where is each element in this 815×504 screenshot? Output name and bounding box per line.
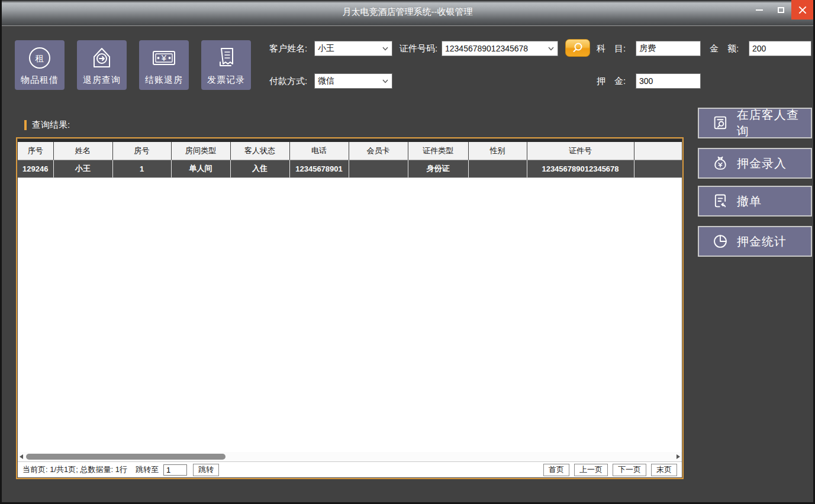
sidebar-button-label: 押金录入 [737, 156, 787, 172]
results-table-container: 序号 姓名 房号 房间类型 客人状态 电话 会员卡 证件类型 性别 证件号 地址 [16, 137, 684, 479]
jump-button[interactable]: 跳转 [193, 464, 219, 476]
next-page-button[interactable]: 下一页 [613, 464, 646, 476]
chevron-down-icon [548, 47, 554, 51]
scroll-left-button[interactable] [18, 452, 25, 461]
column-header[interactable]: 姓名 [53, 142, 112, 160]
cell-id-number: 123456789012345678 [527, 160, 634, 177]
prev-page-button[interactable]: 上一页 [574, 464, 608, 476]
cell-room-no: 1 [112, 160, 171, 177]
banknote-yen-icon: ¥ [150, 44, 178, 72]
jump-to-label: 跳转至 [136, 464, 159, 475]
id-number-label: 证件号码: [400, 41, 437, 56]
subject-input[interactable] [636, 41, 701, 56]
column-header[interactable]: 电话 [289, 142, 349, 160]
cell-id-type: 身份证 [408, 160, 468, 177]
pagination-bar: 当前页: 1/共1页; 总数据量: 1行 跳转至 跳转 首页 上一页 下一页 末… [18, 461, 682, 477]
deposit-statistics-button[interactable]: 押金统计 [698, 226, 812, 257]
receipt-icon [212, 44, 240, 72]
cell-member-card [349, 160, 408, 177]
document-magnifier-icon [712, 115, 729, 131]
in-store-guest-query-button[interactable]: 在店客人查询 [698, 108, 812, 138]
cell-seq: 129246 [18, 160, 53, 177]
search-icon [571, 41, 584, 54]
toolbar-button-label: 结账退房 [145, 75, 183, 86]
pie-chart-icon [712, 233, 729, 250]
table-header-row: 序号 姓名 房号 房间类型 客人状态 电话 会员卡 证件类型 性别 证件号 地址 [18, 142, 682, 160]
checkout-button[interactable]: ¥ 结账退房 [139, 40, 189, 90]
app-window: 月太电竞酒店管理系统--收银管理 租 物品租借 退房查询 [0, 0, 815, 504]
results-section-title: 查询结果: [32, 119, 70, 131]
money-bag-yen-icon [712, 155, 729, 172]
sidebar-button-label: 在店客人查询 [737, 107, 811, 139]
search-button[interactable] [565, 39, 590, 57]
payment-method-value: 微信 [318, 76, 382, 86]
scrollbar-thumb[interactable] [26, 454, 226, 460]
subject-label: 科 目: [597, 41, 626, 56]
svg-text:租: 租 [36, 53, 44, 63]
column-header[interactable]: 房间类型 [171, 142, 230, 160]
minimize-icon [756, 9, 763, 11]
document-undo-icon [712, 193, 729, 209]
cell-guest-status: 入住 [230, 160, 289, 177]
grid-viewport: 序号 姓名 房号 房间类型 客人状态 电话 会员卡 证件类型 性别 证件号 地址 [18, 142, 682, 178]
results-grid: 序号 姓名 房号 房间类型 客人状态 电话 会员卡 证件类型 性别 证件号 地址 [17, 138, 682, 478]
sidebar-button-label: 撤单 [737, 193, 762, 209]
chevron-down-icon [382, 47, 388, 51]
column-header[interactable]: 性别 [468, 142, 527, 160]
invoice-records-button[interactable]: 发票记录 [201, 40, 251, 90]
triangle-left-icon [20, 454, 23, 459]
house-arrow-icon [88, 44, 115, 72]
window-controls [749, 0, 813, 20]
minimize-button[interactable] [749, 0, 770, 20]
customer-name-value: 小王 [318, 43, 382, 54]
cell-phone: 12345678901 [289, 160, 349, 177]
rent-circle-icon: 租 [26, 44, 53, 72]
maximize-button[interactable] [770, 0, 791, 20]
column-header[interactable]: 客人状态 [230, 142, 289, 160]
first-page-button[interactable]: 首页 [543, 464, 569, 476]
title-bar: 月太电竞酒店管理系统--收银管理 [2, 0, 813, 26]
column-header[interactable]: 证件类型 [408, 142, 468, 160]
cancel-order-button[interactable]: 撤单 [698, 186, 812, 217]
amount-input[interactable] [749, 41, 811, 56]
deposit-entry-button[interactable]: 押金录入 [698, 148, 812, 179]
toolbar-button-label: 退房查询 [83, 75, 121, 86]
last-page-button[interactable]: 末页 [651, 464, 677, 476]
column-header[interactable]: 证件号 [527, 142, 634, 160]
window-title: 月太电竞酒店管理系统--收银管理 [2, 7, 813, 18]
jump-page-input[interactable] [163, 464, 187, 476]
close-button[interactable] [791, 0, 813, 20]
cell-address [634, 160, 682, 177]
column-header[interactable]: 会员卡 [349, 142, 408, 160]
deposit-input[interactable] [636, 73, 701, 89]
results-table: 序号 姓名 房号 房间类型 客人状态 电话 会员卡 证件类型 性别 证件号 地址 [18, 142, 682, 178]
toolbar-button-label: 发票记录 [207, 75, 245, 86]
svg-text:¥: ¥ [161, 53, 167, 63]
payment-method-combobox[interactable]: 微信 [314, 73, 392, 89]
scrollbar-track[interactable] [25, 452, 675, 461]
id-number-value: 123456789012345678 [445, 44, 548, 53]
column-header[interactable]: 序号 [18, 142, 53, 160]
page-status-text: 当前页: 1/共1页; 总数据量: 1行 [22, 464, 127, 475]
chevron-down-icon [382, 79, 388, 83]
payment-method-label: 付款方式: [269, 73, 307, 89]
column-header[interactable]: 地址 [634, 142, 682, 160]
cell-gender [468, 160, 527, 177]
section-accent-bar [24, 120, 27, 130]
table-row-selected[interactable]: 129246 小王 1 单人间 入住 12345678901 身份证 12345… [18, 160, 682, 177]
customer-name-label: 客户姓名: [269, 41, 307, 56]
toolbar-button-label: 物品租借 [21, 75, 59, 86]
checkout-query-button[interactable]: 退房查询 [77, 40, 127, 90]
column-header[interactable]: 房号 [112, 142, 171, 160]
maximize-icon [778, 7, 784, 13]
horizontal-scrollbar[interactable] [18, 452, 682, 461]
id-number-combobox[interactable]: 123456789012345678 [442, 41, 558, 56]
triangle-right-icon [677, 454, 680, 459]
scroll-right-button[interactable] [675, 452, 682, 461]
item-rental-button[interactable]: 租 物品租借 [15, 40, 65, 90]
sidebar-button-label: 押金统计 [737, 234, 787, 250]
customer-name-combobox[interactable]: 小王 [314, 41, 392, 56]
close-icon [798, 6, 807, 14]
cell-name: 小王 [53, 160, 112, 177]
deposit-label: 押 金: [597, 73, 626, 89]
